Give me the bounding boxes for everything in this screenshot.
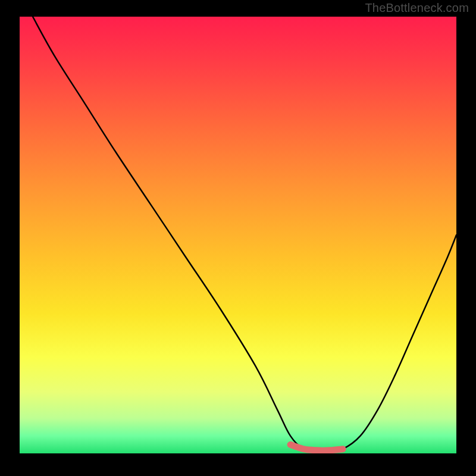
curve-layer (20, 17, 456, 453)
plot-area (20, 17, 456, 453)
chart-container: TheBottleneck.com (0, 0, 476, 476)
watermark-text: TheBottleneck.com (365, 1, 469, 15)
bottleneck-curve (33, 17, 456, 452)
optimal-segment (290, 444, 343, 450)
